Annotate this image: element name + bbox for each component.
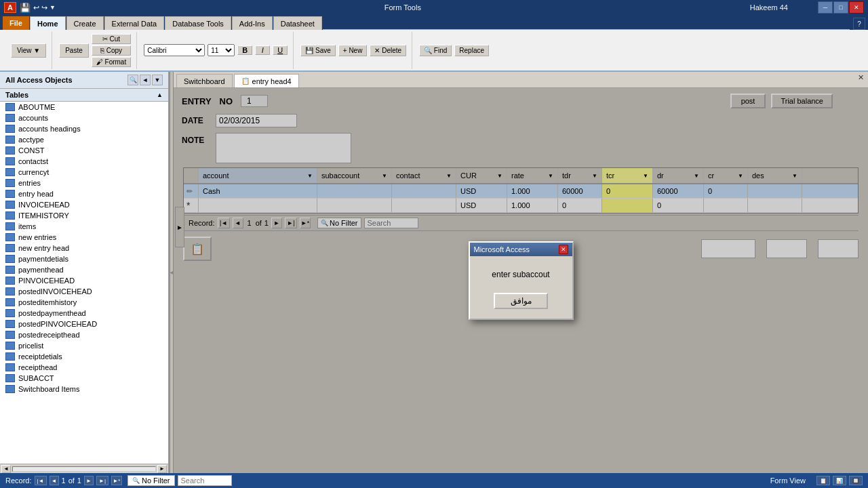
bottom-nav-prev[interactable]: ◄ — [50, 476, 59, 485]
tab-entry-head[interactable]: 📋 entry head4 — [234, 74, 299, 87]
sidebar-header: All Access Objects 🔍 ◄ ▼ — [0, 72, 168, 89]
minimize-btn[interactable]: ─ — [818, 1, 833, 14]
scroll-right-btn[interactable]: ► — [157, 465, 167, 473]
table-icon — [5, 331, 15, 339]
save-qa-btn[interactable]: 💾 — [19, 3, 31, 13]
sidebar-item-paymentdetials[interactable]: paymentdetials — [0, 253, 168, 264]
underline-btn[interactable]: U — [273, 45, 288, 55]
sidebar-item-postedinvoicehead[interactable]: postedINVOICEHEAD — [0, 286, 168, 297]
tab-file[interactable]: File — [3, 16, 29, 30]
help-icon[interactable]: ? — [853, 18, 865, 30]
font-select[interactable]: Calibri — [144, 44, 205, 56]
sidebar-item-paymenthead[interactable]: paymenthead — [0, 264, 168, 275]
table-icon — [5, 190, 15, 198]
sidebar-item-invoicehead[interactable]: INVOICEHEAD — [0, 199, 168, 210]
format-painter-btn[interactable]: 🖌 Format — [92, 57, 131, 67]
bottom-nav-first[interactable]: |◄ — [35, 476, 47, 485]
tab-create[interactable]: Create — [66, 16, 104, 30]
tab-datasheet[interactable]: Datasheet — [273, 16, 322, 30]
sidebar-item-new-entry-head[interactable]: new entry head — [0, 243, 168, 253]
sidebar-item-posteditemhistory[interactable]: posteditemhistory — [0, 297, 168, 308]
bottom-search-input[interactable] — [178, 475, 232, 486]
tab-dbtools[interactable]: Database Tools — [165, 16, 231, 30]
paste-btn[interactable]: Paste — [59, 43, 89, 58]
italic-btn[interactable]: I — [255, 45, 270, 55]
sidebar-item-label: acctype — [18, 136, 44, 144]
delete-btn[interactable]: ✕ Delete — [370, 45, 406, 56]
sidebar-item-itemhistory[interactable]: ITEMHISTORY — [0, 210, 168, 221]
modal-ok-button[interactable]: موافق — [494, 293, 548, 309]
sidebar-item-postedreceipthead[interactable]: postedreceipthead — [0, 329, 168, 340]
sidebar-item-label: entries — [18, 179, 41, 187]
find-btn[interactable]: 🔍 Find — [419, 45, 452, 56]
bottom-nav-new[interactable]: ►* — [111, 476, 122, 485]
sidebar-search-btn[interactable]: 🔍 — [127, 75, 138, 85]
sidebar-item-new-entries[interactable]: new entries — [0, 232, 168, 243]
tab-switchboard[interactable]: Switchboard — [176, 74, 233, 87]
view-btn[interactable]: View ▼ — [11, 43, 46, 58]
sidebar-item-label: receipthead — [18, 363, 58, 371]
table-icon — [5, 211, 15, 220]
sidebar-item-receiptdetials[interactable]: receiptdetials — [0, 351, 168, 362]
sidebar-item-subacct[interactable]: SUBACCT — [0, 373, 168, 384]
bold-btn[interactable]: B — [237, 45, 252, 55]
new-record-btn[interactable]: + New — [338, 45, 368, 56]
sidebar-item-const[interactable]: CONST — [0, 145, 168, 156]
sidebar-scrollbar[interactable]: ◄ ► — [0, 464, 168, 473]
sidebar: All Access Objects 🔍 ◄ ▼ Tables ▲ ABOUTM… — [0, 72, 170, 473]
maximize-btn[interactable]: □ — [833, 1, 848, 14]
redo-qa-btn[interactable]: ↪ — [41, 3, 47, 12]
sidebar-tables-section[interactable]: Tables ▲ — [0, 89, 168, 102]
tab-home[interactable]: Home — [30, 16, 66, 30]
sidebar-item-label: paymentdetials — [18, 255, 68, 263]
sidebar-item-receipthead[interactable]: receipthead — [0, 362, 168, 373]
tab-external[interactable]: External Data — [104, 16, 165, 30]
replace-btn[interactable]: Replace — [454, 45, 489, 56]
sidebar-item-entries[interactable]: entries — [0, 178, 168, 188]
tab-close-area[interactable]: ✕ — [858, 73, 864, 82]
sidebar-item-accounts[interactable]: accounts — [0, 113, 168, 123]
sidebar-collapse-btn[interactable]: ◄ — [140, 75, 151, 85]
sidebar-item-postedpaymenthead[interactable]: postedpaymenthead — [0, 308, 168, 319]
sidebar-item-aboutme[interactable]: ABOUTME — [0, 102, 168, 113]
save-record-btn[interactable]: 💾 Save — [300, 45, 336, 56]
font-size-select[interactable]: 11 — [208, 44, 235, 56]
table-icon — [5, 255, 15, 263]
scroll-left-btn[interactable]: ◄ — [1, 465, 11, 473]
sidebar-item-accounts-headings[interactable]: accounts headings — [0, 123, 168, 134]
table-icon — [5, 374, 15, 382]
table-icon — [5, 342, 15, 350]
modal-body: enter subaccout موافق — [470, 256, 572, 319]
status-view-btn2[interactable]: 📊 — [833, 476, 846, 485]
copy-btn[interactable]: ⎘ Copy — [92, 45, 131, 56]
table-icon — [5, 179, 15, 187]
cut-btn[interactable]: ✂ Cut — [92, 34, 131, 44]
sidebar-item-contactst[interactable]: contactst — [0, 156, 168, 167]
tab-label: entry head4 — [252, 77, 292, 85]
tab-addins[interactable]: Add-Ins — [232, 16, 273, 30]
sidebar-menu-btn[interactable]: ▼ — [152, 75, 163, 85]
sidebar-item-label: contactst — [18, 157, 48, 165]
close-btn[interactable]: ✕ — [849, 1, 864, 14]
table-icon — [5, 201, 15, 209]
undo-qa-btn[interactable]: ↩ — [33, 3, 39, 12]
table-icon — [5, 277, 15, 285]
status-view-btn3[interactable]: 🔲 — [849, 476, 863, 485]
status-view-btn1[interactable]: 📋 — [816, 476, 830, 485]
sidebar-item-entry-head[interactable]: entry head — [0, 188, 168, 199]
bottom-nav-next[interactable]: ► — [84, 476, 94, 485]
sidebar-item-pricelist[interactable]: pricelist — [0, 340, 168, 351]
modal-close-btn[interactable]: ✕ — [559, 245, 568, 254]
sidebar-item-switchboard[interactable]: Switchboard Items — [0, 384, 168, 394]
sidebar-item-postedpinvoicehead[interactable]: postedPINVOICEHEAD — [0, 319, 168, 329]
sidebar-item-label: postedpaymenthead — [18, 309, 86, 317]
sidebar-item-label: accounts — [18, 114, 48, 122]
sidebar-item-pinvoicehead[interactable]: PINVOICEHEAD — [0, 275, 168, 286]
sidebar-item-currencyt[interactable]: currencyt — [0, 167, 168, 178]
sidebar-item-acctype[interactable]: acctype — [0, 134, 168, 145]
table-icon — [5, 298, 15, 306]
dropdown-qa-btn[interactable]: ▼ — [50, 4, 56, 11]
bottom-nav-last[interactable]: ►| — [96, 476, 108, 485]
tab-icon: 📋 — [241, 77, 250, 85]
sidebar-item-items[interactable]: items — [0, 221, 168, 232]
